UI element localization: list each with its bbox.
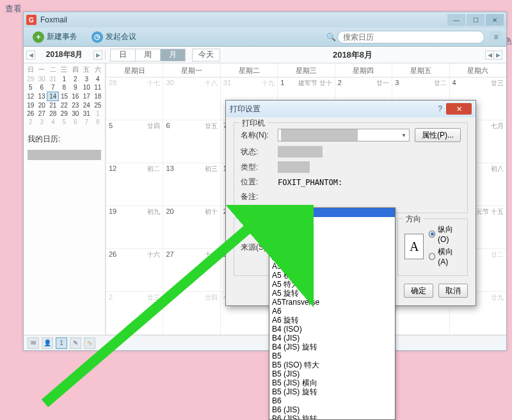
mini-day-cell[interactable]: 30 [70,109,81,118]
view-day-tab[interactable]: 日 [110,49,136,61]
calendar-day-cell[interactable]: 20初十 [163,206,220,249]
dialog-titlebar[interactable]: 打印设置 ? ✕ [226,101,476,117]
mini-day-cell[interactable]: 27 [36,109,47,118]
dropdown-item[interactable]: A5 特大 [269,280,395,289]
mini-day-cell[interactable]: 21 [47,101,59,110]
mini-day-cell[interactable]: 5 [59,118,70,126]
printer-name-combo[interactable]: ▼ [278,129,410,141]
mini-day-cell[interactable]: 15 [59,92,70,101]
mini-day-cell[interactable]: 10 [81,83,92,92]
dropdown-item[interactable]: B6 (JIS) 旋转 [269,414,395,420]
mini-day-cell[interactable]: 2 [70,75,81,83]
mini-prev-month-button[interactable]: ◀ [26,51,35,60]
today-button[interactable]: 今天 [192,49,220,61]
mini-day-cell[interactable]: 6 [36,83,47,92]
mini-day-cell[interactable]: 22 [59,101,70,110]
dropdown-item[interactable]: B6 [269,396,395,405]
calendar-day-cell[interactable]: 6廿五 [163,120,220,163]
mini-day-cell[interactable]: 16 [70,92,81,101]
mini-day-cell[interactable]: 11 [92,83,104,92]
minimize-button[interactable]: — [447,14,465,26]
portrait-radio[interactable]: 纵向(O) [429,224,461,244]
start-meeting-button[interactable]: ◷ 发起会议 [86,29,141,45]
next-month-button[interactable]: ▶ [493,51,502,60]
mini-day-cell[interactable]: 6 [70,118,81,126]
calendar-day-cell[interactable]: 19初九 [106,206,163,249]
view-week-tab[interactable]: 周 [135,49,161,61]
mini-day-cell[interactable]: 5 [25,83,36,92]
mini-next-month-button[interactable]: ▶ [93,51,102,60]
mini-day-cell[interactable]: 28 [47,109,59,118]
calendar-day-cell[interactable]: 12初二 [106,163,163,206]
mini-day-cell[interactable]: 8 [92,118,104,126]
calendar-day-cell[interactable]: 5廿四 [106,120,163,163]
mini-day-cell[interactable]: 4 [92,75,104,83]
mini-day-cell[interactable]: 1 [92,109,104,118]
mini-day-cell[interactable]: 3 [81,75,92,83]
mini-day-cell[interactable]: 7 [47,83,59,92]
dropdown-item[interactable]: A4 横向 [269,217,395,226]
dropdown-item[interactable]: A6 旋转 [269,316,395,325]
mini-day-cell[interactable]: 29 [59,109,70,118]
mini-day-cell[interactable]: 17 [81,92,92,101]
dropdown-item[interactable]: A4 小号 [269,244,395,253]
mini-day-cell[interactable]: 2 [25,118,36,126]
cancel-button[interactable]: 取消 [438,284,468,298]
header-menu-button[interactable]: ≡ [490,31,502,44]
dropdown-item[interactable]: A6 [269,307,395,316]
calendar-entry-redacted[interactable] [28,150,101,160]
dialog-help-button[interactable]: ? [438,104,442,113]
mini-day-cell[interactable]: 14 [47,92,59,101]
mini-day-cell[interactable]: 19 [25,101,36,110]
ok-button[interactable]: 确定 [404,284,433,298]
mini-day-cell[interactable]: 9 [70,83,81,92]
dropdown-item[interactable]: A4 旋转 [269,253,395,262]
new-task-button[interactable]: + 新建事务 [28,29,83,45]
mini-day-cell[interactable]: 3 [36,118,47,126]
mini-day-cell[interactable]: 29 [25,75,36,83]
status-icon-notes[interactable]: ✎ [70,337,81,349]
maximize-button[interactable]: ☐ [467,14,484,26]
view-month-tab[interactable]: 月 [160,49,186,61]
mini-day-cell[interactable]: 12 [25,92,36,101]
dropdown-item[interactable]: A5 横向 [269,271,395,280]
mini-day-cell[interactable]: 20 [36,101,47,110]
dialog-close-button[interactable]: ✕ [446,103,472,115]
paper-size-dropdown[interactable]: A4A4 横向A4 加大A4 特大A4 小号A4 旋转A5A5 横向A5 特大A… [269,207,396,420]
dropdown-item[interactable]: A4 [269,208,395,217]
calendar-day-cell[interactable]: 27十七 [163,249,220,292]
dropdown-item[interactable]: B5 (JIS) [269,369,395,378]
dropdown-item[interactable]: B6 (JIS) [269,405,395,414]
mini-day-cell[interactable]: 18 [92,92,104,101]
mini-day-cell[interactable]: 24 [81,101,92,110]
dropdown-item[interactable]: A4 特大 [269,235,395,244]
mini-day-cell[interactable]: 31 [47,75,59,83]
mini-calendar[interactable]: 日一二三四五六293031123456789101112131415161718… [24,63,105,127]
search-input[interactable] [337,31,484,44]
mini-day-cell[interactable]: 30 [36,75,47,83]
prev-month-button[interactable]: ◀ [485,51,494,60]
status-icon-calendar[interactable]: 1 [56,337,67,349]
mini-day-cell[interactable]: 7 [81,118,92,126]
close-button[interactable]: ✕ [486,14,504,26]
calendar-day-cell[interactable]: 13初三 [163,163,220,206]
calendar-day-cell[interactable]: 26十六 [106,249,163,292]
printer-properties-button[interactable]: 属性(P)... [415,128,461,142]
titlebar[interactable]: G Foxmail — ☐ ✕ [24,12,506,28]
mini-day-cell[interactable]: 8 [59,83,70,92]
dropdown-item[interactable]: B4 (ISO) [269,325,395,334]
dropdown-item[interactable]: A5Transverse [269,298,395,307]
dropdown-item[interactable]: A5 [269,262,395,271]
mini-day-cell[interactable]: 13 [36,92,47,101]
mini-day-cell[interactable]: 4 [47,118,59,126]
mini-day-cell[interactable]: 31 [81,109,92,118]
dropdown-item[interactable]: B4 (JIS) [269,334,395,343]
dropdown-item[interactable]: B5 (JIS) 横向 [269,378,395,387]
dropdown-item[interactable]: B4 (JIS) 旋转 [269,343,395,351]
calendar-day-cell[interactable]: 30十八 [163,77,220,120]
calendar-day-cell[interactable]: 2廿三 [106,292,163,335]
landscape-radio[interactable]: 横向(A) [429,246,461,266]
status-icon-rss[interactable]: ∿ [84,337,95,349]
mini-day-cell[interactable]: 23 [70,101,81,110]
dropdown-item[interactable]: B5 (JIS) 旋转 [269,387,395,396]
